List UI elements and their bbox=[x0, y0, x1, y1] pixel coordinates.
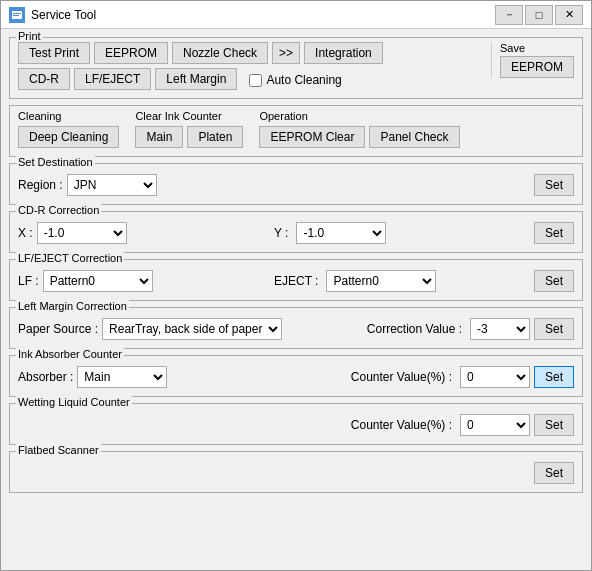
lf-col: LF : Pattern0 Pattern1 Pattern2 bbox=[18, 270, 274, 292]
cdr-correction-section: CD-R Correction X : -1.0 -0.5 0 0.5 1.0 … bbox=[9, 211, 583, 253]
main-window: Service Tool － □ ✕ Print Test Print EEPR… bbox=[0, 0, 592, 571]
set-destination-set-button[interactable]: Set bbox=[534, 174, 574, 196]
minimize-button[interactable]: － bbox=[495, 5, 523, 25]
eeprom-clear-button[interactable]: EEPROM Clear bbox=[259, 126, 365, 148]
lf-label: LF : bbox=[18, 274, 39, 288]
cdr-set-col: Set bbox=[530, 222, 574, 244]
window-title: Service Tool bbox=[31, 8, 495, 22]
x-label: X : bbox=[18, 226, 33, 240]
platen-button[interactable]: Platen bbox=[187, 126, 243, 148]
paper-source-select[interactable]: RearTray, back side of paper FrontTray C… bbox=[102, 318, 282, 340]
wetting-set-col: Set bbox=[530, 414, 574, 436]
absorber-label: Absorber : bbox=[18, 370, 73, 384]
auto-cleaning-checkbox[interactable] bbox=[249, 74, 262, 87]
left-margin-button[interactable]: Left Margin bbox=[155, 68, 237, 90]
ink-counter-value-select[interactable]: 0 10 20 50 100 bbox=[460, 366, 530, 388]
lf-eject-set-col: Set bbox=[530, 270, 574, 292]
auto-cleaning-row: Auto Cleaning bbox=[249, 70, 341, 90]
wetting-liquid-label: Wetting Liquid Counter bbox=[16, 396, 132, 408]
cdr-correction-label: CD-R Correction bbox=[16, 204, 101, 216]
ink-counter-value-label: Counter Value(%) : bbox=[351, 370, 452, 384]
operation-buttons: EEPROM Clear Panel Check bbox=[259, 126, 459, 148]
region-label: Region : bbox=[18, 178, 63, 192]
operation-label: Operation bbox=[259, 110, 459, 122]
main-button[interactable]: Main bbox=[135, 126, 183, 148]
print-buttons-left: Test Print EEPROM Nozzle Check >> Integr… bbox=[18, 42, 483, 90]
lf-select[interactable]: Pattern0 Pattern1 Pattern2 bbox=[43, 270, 153, 292]
window-controls: － □ ✕ bbox=[495, 5, 583, 25]
region-select[interactable]: JPN USA EUR bbox=[67, 174, 157, 196]
print-row-2: CD-R LF/EJECT Left Margin Auto Cleaning bbox=[18, 68, 483, 90]
print-top-row: Test Print EEPROM Nozzle Check >> Integr… bbox=[18, 42, 574, 90]
ink-absorber-section: Ink Absorber Counter Absorber : Main Sub… bbox=[9, 355, 583, 397]
flatbed-set-button[interactable]: Set bbox=[534, 462, 574, 484]
save-eeprom-button[interactable]: EEPROM bbox=[500, 56, 574, 78]
cleaning-subsection: Cleaning Deep Cleaning bbox=[18, 110, 119, 148]
y-label: Y : bbox=[274, 226, 288, 240]
wetting-liquid-section: Wetting Liquid Counter Counter Value(%) … bbox=[9, 403, 583, 445]
paper-source-label: Paper Source : bbox=[18, 322, 98, 336]
clear-ink-subsection: Clear Ink Counter Main Platen bbox=[135, 110, 243, 148]
cleaning-buttons: Deep Cleaning bbox=[18, 126, 119, 148]
left-margin-set-button[interactable]: Set bbox=[534, 318, 574, 340]
clear-ink-label: Clear Ink Counter bbox=[135, 110, 243, 122]
titlebar: Service Tool － □ ✕ bbox=[1, 1, 591, 29]
wetting-counter-col: Counter Value(%) : 0 10 20 50 100 bbox=[274, 414, 530, 436]
left-margin-set-col: Set bbox=[530, 318, 574, 340]
lf-eject-set-button[interactable]: Set bbox=[534, 270, 574, 292]
set-destination-label: Set Destination bbox=[16, 156, 95, 168]
nozzle-check-button[interactable]: Nozzle Check bbox=[172, 42, 268, 64]
left-margin-correction-label: Left Margin Correction bbox=[16, 300, 129, 312]
paper-source-col: Paper Source : RearTray, back side of pa… bbox=[18, 318, 367, 340]
eeprom-button[interactable]: EEPROM bbox=[94, 42, 168, 64]
test-print-button[interactable]: Test Print bbox=[18, 42, 90, 64]
ink-absorber-label: Ink Absorber Counter bbox=[16, 348, 124, 360]
auto-cleaning-label: Auto Cleaning bbox=[266, 73, 341, 87]
arrow-button[interactable]: >> bbox=[272, 42, 300, 64]
sub-sections-row: Cleaning Deep Cleaning Clear Ink Counter… bbox=[9, 105, 583, 157]
left-margin-correction-section: Left Margin Correction Paper Source : Re… bbox=[9, 307, 583, 349]
panel-check-button[interactable]: Panel Check bbox=[369, 126, 459, 148]
x-select[interactable]: -1.0 -0.5 0 0.5 1.0 bbox=[37, 222, 127, 244]
correction-value-select[interactable]: -3 -2 -1 0 1 2 3 bbox=[470, 318, 530, 340]
app-icon bbox=[9, 7, 25, 23]
wetting-set-button[interactable]: Set bbox=[534, 414, 574, 436]
correction-value-label: Correction Value : bbox=[367, 322, 462, 336]
close-button[interactable]: ✕ bbox=[555, 5, 583, 25]
integration-button[interactable]: Integration bbox=[304, 42, 383, 64]
absorber-select[interactable]: Main Sub bbox=[77, 366, 167, 388]
content-area: Print Test Print EEPROM Nozzle Check >> … bbox=[1, 29, 591, 570]
deep-cleaning-button[interactable]: Deep Cleaning bbox=[18, 126, 119, 148]
cdr-set-button[interactable]: Set bbox=[534, 222, 574, 244]
cd-r-button[interactable]: CD-R bbox=[18, 68, 70, 90]
svg-rect-2 bbox=[13, 13, 21, 14]
y-col: Y : -1.0 -0.5 0 0.5 1.0 bbox=[274, 222, 530, 244]
print-label: Print bbox=[16, 30, 43, 42]
flatbed-scanner-row: Set bbox=[18, 462, 574, 484]
ink-absorber-set-col: Set bbox=[530, 366, 574, 388]
maximize-button[interactable]: □ bbox=[525, 5, 553, 25]
eject-select[interactable]: Pattern0 Pattern1 Pattern2 bbox=[326, 270, 436, 292]
wetting-counter-select[interactable]: 0 10 20 50 100 bbox=[460, 414, 530, 436]
operation-subsection: Operation EEPROM Clear Panel Check bbox=[259, 110, 459, 148]
flatbed-scanner-section: Flatbed Scanner Set bbox=[9, 451, 583, 493]
y-select[interactable]: -1.0 -0.5 0 0.5 1.0 bbox=[296, 222, 386, 244]
lf-eject-row: LF : Pattern0 Pattern1 Pattern2 EJECT : … bbox=[18, 270, 574, 292]
set-destination-section: Set Destination Region : JPN USA EUR Set bbox=[9, 163, 583, 205]
ink-counter-col: Counter Value(%) : 0 10 20 50 100 bbox=[274, 366, 530, 388]
left-margin-row: Paper Source : RearTray, back side of pa… bbox=[18, 318, 574, 340]
cdr-correction-row: X : -1.0 -0.5 0 0.5 1.0 Y : -1.0 -0.5 0 bbox=[18, 222, 574, 244]
svg-rect-3 bbox=[13, 15, 19, 16]
wetting-liquid-row: Counter Value(%) : 0 10 20 50 100 Set bbox=[18, 414, 574, 436]
ink-absorber-set-button[interactable]: Set bbox=[534, 366, 574, 388]
set-destination-row: Region : JPN USA EUR Set bbox=[18, 174, 574, 196]
save-section: Save EEPROM bbox=[491, 42, 574, 78]
x-col: X : -1.0 -0.5 0 0.5 1.0 bbox=[18, 222, 274, 244]
eject-col: EJECT : Pattern0 Pattern1 Pattern2 bbox=[274, 270, 530, 292]
flatbed-scanner-label: Flatbed Scanner bbox=[16, 444, 101, 456]
print-row-1: Test Print EEPROM Nozzle Check >> Integr… bbox=[18, 42, 483, 64]
lf-eject-correction-label: LF/EJECT Correction bbox=[16, 252, 124, 264]
flatbed-set-col: Set bbox=[530, 462, 574, 484]
lf-eject-button[interactable]: LF/EJECT bbox=[74, 68, 151, 90]
ink-absorber-row: Absorber : Main Sub Counter Value(%) : 0… bbox=[18, 366, 574, 388]
